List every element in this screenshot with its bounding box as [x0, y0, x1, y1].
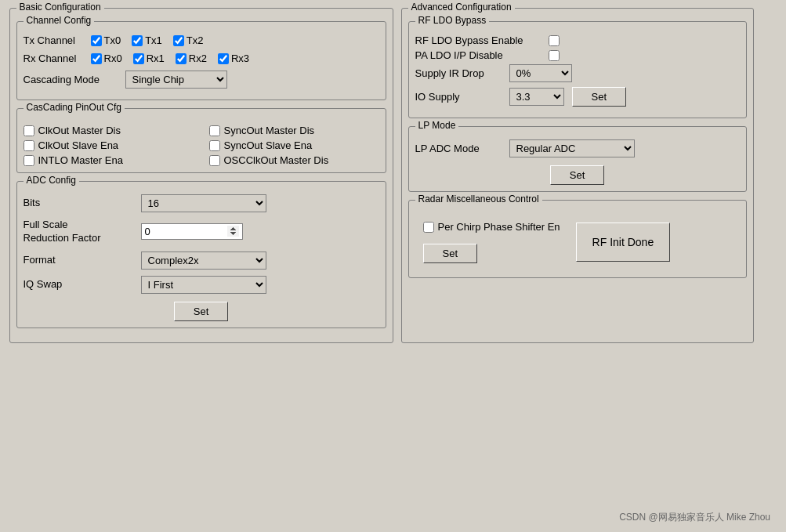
tx2-label: Tx2: [187, 34, 204, 46]
basic-config-title: Basic Configuration: [16, 2, 104, 13]
supply-ir-row: Supply IR Drop 0% 1% 2% 3%: [415, 64, 740, 82]
rx3-checkbox[interactable]: [218, 53, 229, 64]
rx1-item: Rx1: [133, 52, 165, 64]
per-chirp-label: Per Chirp Phase Shifter En: [438, 221, 560, 233]
clkout-master-dis-label: ClkOut Master Dis: [38, 125, 121, 136]
iq-swap-row: IQ Swap I First Q First: [24, 276, 379, 294]
lp-mode-title: LP Mode: [415, 120, 459, 131]
rf-ldo-enable-label: RF LDO Bypass Enable: [415, 34, 541, 46]
lp-mode-panel: LP Mode LP ADC Mode Regular ADC Low Powe…: [408, 126, 747, 192]
clkout-master-dis-item: ClkOut Master Dis: [24, 125, 194, 136]
pa-ldo-disable-checkbox[interactable]: [549, 50, 560, 61]
pa-ldo-row: PA LDO I/P Disable: [415, 49, 740, 61]
tx1-item: Tx1: [132, 34, 162, 46]
main-container: Basic Configuration Channel Config Tx Ch…: [9, 8, 777, 343]
rf-init-done-button[interactable]: RF Init Done: [576, 223, 671, 262]
rx-channel-label: Rx Channel: [24, 52, 86, 64]
radar-misc-title: Radar Miscellaneous Control: [415, 194, 542, 204]
reduction-label: Full ScaleReduction Factor: [24, 219, 133, 245]
clkout-slave-ena-checkbox[interactable]: [24, 140, 34, 151]
advanced-config-panel: Advanced Configuration RF LDO Bypass RF …: [401, 8, 754, 343]
rf-ldo-enable-checkbox[interactable]: [549, 35, 560, 46]
cascading-pinout-panel: CasCading PinOut Cfg ClkOut Master Dis S…: [16, 108, 386, 173]
per-chirp-checkbox[interactable]: [423, 222, 434, 233]
clkout-slave-ena-label: ClkOut Slave Ena: [38, 139, 119, 151]
iq-swap-label: IQ Swap: [24, 278, 133, 291]
rx-checkbox-group: Rx0 Rx1 Rx2 Rx3: [91, 52, 250, 64]
tx-checkbox-group: Tx0 Tx1 Tx2: [91, 34, 204, 46]
iq-swap-select[interactable]: I First Q First: [141, 276, 266, 294]
oscclkout-master-dis-checkbox[interactable]: [209, 155, 220, 166]
lp-adc-row: LP ADC Mode Regular ADC Low Power ADC: [415, 139, 740, 157]
syncout-slave-ena-item: SyncOut Slave Ena: [209, 139, 379, 151]
rf-ldo-enable-row: RF LDO Bypass Enable: [415, 34, 740, 46]
pinout-grid: ClkOut Master Dis SyncOut Master Dis Clk…: [24, 125, 379, 166]
tx2-checkbox[interactable]: [173, 35, 184, 46]
rx3-item: Rx3: [218, 52, 249, 64]
tx0-item: Tx0: [91, 34, 121, 46]
reduction-input[interactable]: [141, 223, 243, 240]
advanced-config-title: Advanced Configuration: [408, 2, 515, 13]
clkout-slave-ena-item: ClkOut Slave Ena: [24, 139, 194, 151]
rx2-item: Rx2: [176, 52, 207, 64]
lp-adc-select[interactable]: Regular ADC Low Power ADC: [509, 139, 635, 157]
tx0-label: Tx0: [104, 34, 121, 46]
io-supply-set-button[interactable]: Set: [572, 87, 627, 107]
rf-ldo-bypass-title: RF LDO Bypass: [415, 15, 490, 26]
io-supply-row: IO Supply 3.3 1.8 Set: [415, 87, 740, 107]
rx1-checkbox[interactable]: [133, 53, 144, 64]
format-select[interactable]: Complex2x Complex Real: [141, 252, 266, 270]
clkout-master-dis-checkbox[interactable]: [24, 125, 34, 136]
tx-channel-label: Tx Channel: [24, 34, 86, 46]
rx2-label: Rx2: [189, 52, 207, 64]
intlo-master-ena-item: INTLO Master Ena: [24, 154, 194, 166]
reduction-spinbox: [141, 223, 243, 240]
channel-config-title: Channel Config: [24, 15, 95, 26]
intlo-master-ena-checkbox[interactable]: [24, 155, 34, 166]
per-chirp-item: Per Chirp Phase Shifter En: [423, 221, 560, 233]
format-row: Format Complex2x Complex Real: [24, 252, 379, 270]
lp-set-button[interactable]: Set: [550, 165, 605, 185]
cascading-mode-select[interactable]: Single Chip Multi Chip Master Multi Chip…: [125, 71, 227, 89]
bits-select[interactable]: 16 14 12: [141, 194, 266, 212]
tx1-checkbox[interactable]: [132, 35, 143, 46]
lp-adc-label: LP ADC Mode: [415, 143, 502, 154]
rx1-label: Rx1: [147, 52, 165, 64]
lp-set-btn-row: Set: [415, 165, 740, 185]
reduction-row: Full ScaleReduction Factor: [24, 219, 379, 245]
rf-ldo-bypass-panel: RF LDO Bypass RF LDO Bypass Enable PA LD…: [408, 21, 747, 118]
cascading-mode-row: Cascading Mode Single Chip Multi Chip Ma…: [24, 71, 379, 89]
radar-misc-content: Per Chirp Phase Shifter En Set RF Init D…: [415, 213, 740, 271]
supply-ir-select[interactable]: 0% 1% 2% 3%: [509, 64, 572, 82]
rx2-checkbox[interactable]: [176, 53, 187, 64]
rx0-label: Rx0: [104, 52, 122, 64]
supply-ir-label: Supply IR Drop: [415, 67, 502, 79]
adc-config-panel: ADC Config Bits 16 14 12 Full ScaleReduc…: [16, 181, 386, 328]
format-label: Format: [24, 254, 133, 267]
tx-channel-row: Tx Channel Tx0 Tx1 Tx2: [24, 34, 379, 46]
oscclkout-master-dis-item: OSCClkOut Master Dis: [209, 154, 379, 166]
cascading-mode-label: Cascading Mode: [24, 74, 118, 85]
tx0-checkbox[interactable]: [91, 35, 102, 46]
syncout-master-dis-checkbox[interactable]: [209, 125, 220, 136]
io-supply-select[interactable]: 3.3 1.8: [509, 88, 564, 106]
pa-ldo-label: PA LDO I/P Disable: [415, 49, 541, 61]
intlo-master-ena-label: INTLO Master Ena: [38, 154, 123, 166]
syncout-slave-ena-checkbox[interactable]: [209, 140, 220, 151]
oscclkout-master-dis-label: OSCClkOut Master Dis: [224, 154, 329, 166]
syncout-slave-ena-label: SyncOut Slave Ena: [224, 139, 313, 151]
adc-set-button[interactable]: Set: [174, 302, 229, 321]
bits-label: Bits: [24, 197, 133, 210]
io-supply-label: IO Supply: [415, 91, 502, 103]
rx0-item: Rx0: [91, 52, 122, 64]
channel-config-panel: Channel Config Tx Channel Tx0 Tx1 Tx2: [16, 21, 386, 100]
rx-channel-row: Rx Channel Rx0 Rx1 Rx2: [24, 52, 379, 64]
rx0-checkbox[interactable]: [91, 53, 102, 64]
radar-set-button[interactable]: Set: [423, 244, 478, 263]
adc-config-title: ADC Config: [24, 175, 79, 186]
syncout-master-dis-item: SyncOut Master Dis: [209, 125, 379, 136]
cascading-pinout-title: CasCading PinOut Cfg: [24, 102, 125, 113]
tx1-label: Tx1: [145, 34, 162, 46]
syncout-master-dis-label: SyncOut Master Dis: [224, 125, 315, 136]
rx3-label: Rx3: [231, 52, 249, 64]
